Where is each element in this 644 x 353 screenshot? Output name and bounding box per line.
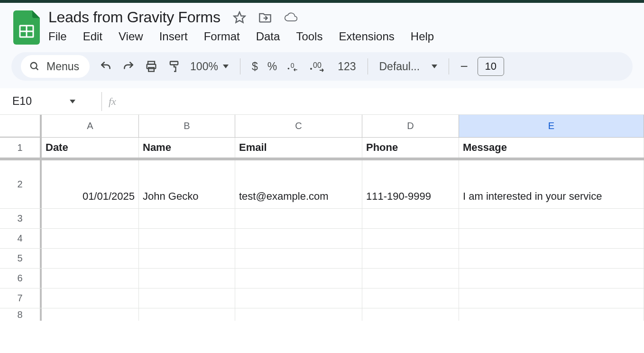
cell[interactable] [459, 269, 644, 288]
svg-text:0: 0 [291, 62, 294, 69]
row-header-3[interactable]: 3 [0, 209, 42, 228]
menu-view[interactable]: View [119, 30, 143, 43]
svg-rect-9 [170, 62, 178, 65]
redo-icon[interactable] [122, 60, 135, 73]
cell[interactable] [362, 269, 459, 288]
paint-format-icon[interactable] [167, 60, 181, 73]
chevron-down-icon [432, 65, 437, 68]
cell[interactable]: Email [235, 138, 362, 158]
row-header-7[interactable]: 7 [0, 288, 42, 308]
menu-tools[interactable]: Tools [296, 30, 322, 43]
spreadsheet-grid[interactable]: A B C D E 1 Date Name Email Phone Messag… [0, 115, 644, 321]
row-header-1[interactable]: 1 [0, 138, 42, 158]
select-all-corner[interactable] [0, 115, 42, 137]
cell[interactable] [139, 288, 235, 308]
cell[interactable] [235, 269, 362, 288]
cell[interactable] [235, 288, 362, 308]
print-icon[interactable] [145, 60, 158, 73]
cell[interactable]: 111-190-9999 [362, 160, 459, 208]
cell[interactable]: John Gecko [139, 160, 235, 208]
svg-text:00: 00 [313, 61, 322, 69]
menu-edit[interactable]: Edit [83, 30, 102, 43]
column-headers: A B C D E [0, 115, 644, 138]
table-row: 7 [0, 288, 644, 308]
font-name: Defaul... [379, 60, 427, 73]
format-123-button[interactable]: 123 [338, 60, 356, 73]
cell[interactable] [362, 308, 459, 321]
cell[interactable] [362, 229, 459, 248]
menu-extensions[interactable]: Extensions [339, 30, 394, 43]
cell[interactable]: Phone [362, 138, 459, 158]
column-header-d[interactable]: D [362, 115, 459, 137]
row-header-4[interactable]: 4 [0, 229, 42, 248]
chevron-down-icon [223, 65, 229, 68]
cell[interactable] [459, 209, 644, 228]
cell[interactable] [139, 229, 235, 248]
cell[interactable] [235, 229, 362, 248]
cell[interactable] [139, 269, 235, 288]
cell[interactable] [459, 249, 644, 268]
menu-format[interactable]: Format [204, 30, 240, 43]
cell[interactable] [139, 308, 235, 321]
cell[interactable] [362, 288, 459, 308]
row-header-2[interactable]: 2 [0, 160, 42, 208]
cell[interactable]: 01/01/2025 [42, 160, 139, 208]
undo-icon[interactable] [99, 60, 112, 73]
zoom-dropdown[interactable]: 100% [190, 60, 229, 73]
row-header-8[interactable]: 8 [0, 308, 42, 321]
menu-bar: File Edit View Insert Format Data Tools … [48, 30, 434, 43]
star-icon[interactable] [233, 11, 246, 24]
cell[interactable]: Name [139, 138, 235, 158]
cloud-status-icon[interactable] [284, 11, 297, 24]
cell[interactable] [139, 249, 235, 268]
cell[interactable]: Message [459, 138, 644, 158]
cell[interactable] [235, 209, 362, 228]
column-header-a[interactable]: A [42, 115, 139, 137]
decrease-decimal-icon[interactable]: 0 [286, 60, 300, 73]
cell[interactable]: I am interested in your service [459, 160, 644, 208]
move-folder-icon[interactable] [258, 11, 272, 24]
cell[interactable] [235, 308, 362, 321]
name-box[interactable]: E10 [0, 95, 95, 108]
formula-bar-row: E10 fx [0, 88, 644, 115]
decrease-font-size-button[interactable]: − [460, 59, 468, 74]
search-icon [29, 61, 40, 72]
row-header-5[interactable]: 5 [0, 249, 42, 268]
cell[interactable] [459, 308, 644, 321]
toolbar-separator [240, 58, 240, 74]
row-header-6[interactable]: 6 [0, 269, 42, 288]
currency-button[interactable]: $ [252, 60, 258, 73]
cell[interactable] [42, 308, 139, 321]
cell[interactable] [362, 249, 459, 268]
cell[interactable]: test@example.com [235, 160, 362, 208]
cell-reference: E10 [12, 95, 32, 108]
sheets-logo-icon[interactable] [13, 10, 40, 45]
cell[interactable] [459, 229, 644, 248]
toolbar: Menus 100% $ % [11, 52, 633, 81]
search-menus-button[interactable]: Menus [21, 55, 90, 78]
cell[interactable] [362, 209, 459, 228]
cell[interactable] [42, 209, 139, 228]
document-title[interactable]: Leads from Gravity Forms [48, 9, 221, 26]
percent-button[interactable]: % [267, 60, 277, 73]
cell[interactable] [139, 209, 235, 228]
column-header-e[interactable]: E [459, 115, 644, 137]
table-row: 5 [0, 249, 644, 269]
cell[interactable] [459, 288, 644, 308]
cell[interactable] [42, 269, 139, 288]
cell[interactable] [235, 249, 362, 268]
cell[interactable] [42, 288, 139, 308]
menu-insert[interactable]: Insert [159, 30, 188, 43]
font-size-input[interactable]: 10 [478, 57, 504, 76]
cell[interactable] [42, 229, 139, 248]
font-dropdown[interactable]: Defaul... [379, 60, 437, 73]
menu-file[interactable]: File [48, 30, 67, 43]
increase-decimal-icon[interactable]: 00 [309, 60, 328, 73]
zoom-value: 100% [190, 60, 218, 73]
cell[interactable] [42, 249, 139, 268]
column-header-c[interactable]: C [235, 115, 362, 137]
menu-data[interactable]: Data [256, 30, 280, 43]
column-header-b[interactable]: B [139, 115, 235, 137]
cell[interactable]: Date [42, 138, 139, 158]
menu-help[interactable]: Help [411, 30, 434, 43]
